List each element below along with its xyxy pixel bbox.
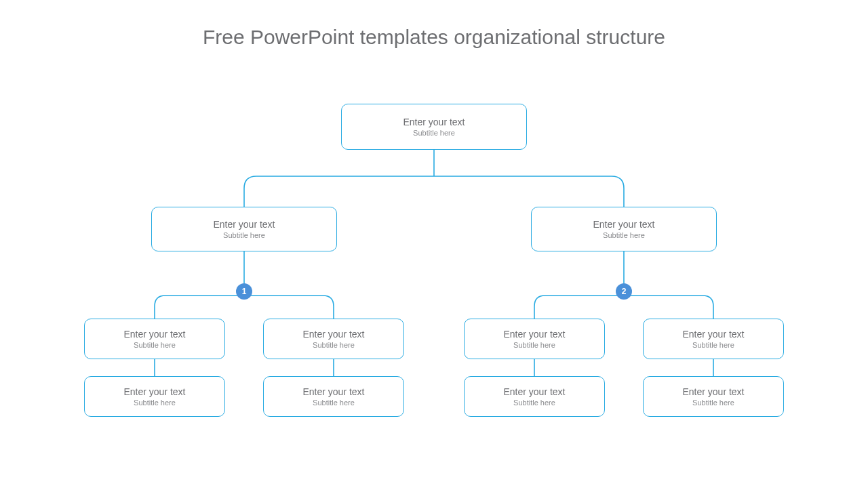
org-badge-1: 1 xyxy=(236,283,252,300)
org-node-r2[interactable]: Enter your text Subtitle here xyxy=(643,319,784,359)
org-node-title: Enter your text xyxy=(123,329,185,340)
org-node-r1[interactable]: Enter your text Subtitle here xyxy=(464,319,605,359)
org-badge-2: 2 xyxy=(616,283,632,300)
org-node-subtitle: Subtitle here xyxy=(513,341,555,349)
org-node-title: Enter your text xyxy=(593,219,654,230)
org-node-r3[interactable]: Enter your text Subtitle here xyxy=(464,376,605,417)
org-node-l3[interactable]: Enter your text Subtitle here xyxy=(84,376,225,417)
slide-title: Free PowerPoint templates organizational… xyxy=(0,26,868,49)
org-node-root[interactable]: Enter your text Subtitle here xyxy=(341,104,527,150)
org-node-l1[interactable]: Enter your text Subtitle here xyxy=(84,319,225,359)
org-node-title: Enter your text xyxy=(302,329,364,340)
org-node-subtitle: Subtitle here xyxy=(134,341,176,349)
org-node-subtitle: Subtitle here xyxy=(413,129,455,137)
org-node-title: Enter your text xyxy=(503,386,565,397)
org-node-subtitle: Subtitle here xyxy=(692,399,734,407)
org-node-l4[interactable]: Enter your text Subtitle here xyxy=(263,376,404,417)
org-node-title: Enter your text xyxy=(302,386,364,397)
org-node-subtitle: Subtitle here xyxy=(134,399,176,407)
org-node-title: Enter your text xyxy=(682,386,744,397)
org-node-left[interactable]: Enter your text Subtitle here xyxy=(151,207,337,251)
org-node-right[interactable]: Enter your text Subtitle here xyxy=(531,207,717,251)
org-node-r4[interactable]: Enter your text Subtitle here xyxy=(643,376,784,417)
org-node-title: Enter your text xyxy=(123,386,185,397)
org-node-title: Enter your text xyxy=(403,117,465,127)
org-node-title: Enter your text xyxy=(213,219,275,230)
org-node-subtitle: Subtitle here xyxy=(223,231,265,239)
org-node-title: Enter your text xyxy=(682,329,744,340)
org-node-subtitle: Subtitle here xyxy=(513,399,555,407)
org-node-subtitle: Subtitle here xyxy=(603,231,645,239)
org-node-subtitle: Subtitle here xyxy=(313,399,355,407)
org-node-subtitle: Subtitle here xyxy=(692,341,734,349)
org-node-l2[interactable]: Enter your text Subtitle here xyxy=(263,319,404,359)
slide-canvas: Free PowerPoint templates organizational… xyxy=(0,0,868,488)
org-node-title: Enter your text xyxy=(503,329,565,340)
org-node-subtitle: Subtitle here xyxy=(313,341,355,349)
